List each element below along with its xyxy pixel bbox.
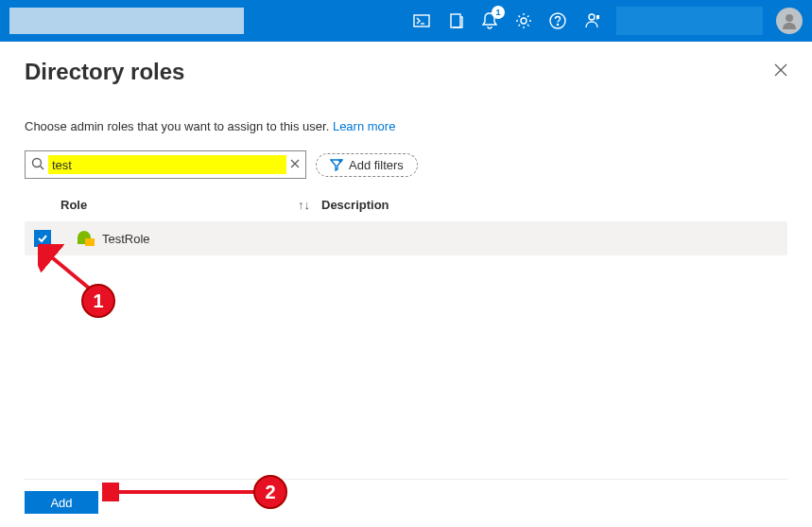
svg-rect-0 <box>414 15 429 26</box>
column-role-label: Role <box>60 198 87 212</box>
add-button[interactable]: Add <box>25 491 98 514</box>
sort-icon[interactable]: ↑↓ <box>298 198 310 212</box>
svg-line-11 <box>41 166 44 169</box>
add-filters-label: Add filters <box>349 158 404 172</box>
search-input[interactable]: test <box>25 150 306 179</box>
search-value-highlight: test <box>48 155 286 174</box>
column-description-header[interactable]: Description <box>321 198 787 212</box>
settings-icon[interactable] <box>514 11 533 30</box>
column-role-header[interactable]: Role ↑↓ <box>60 198 321 212</box>
help-icon[interactable] <box>548 11 567 30</box>
row-checkbox-col <box>25 230 60 247</box>
svg-point-6 <box>589 14 595 20</box>
page-title: Directory roles <box>25 59 184 85</box>
clear-search-icon[interactable] <box>290 158 300 171</box>
cloud-shell-icon[interactable] <box>412 11 431 30</box>
svg-point-10 <box>33 158 42 167</box>
svg-point-7 <box>786 14 793 22</box>
filter-row: test Add filters <box>25 150 787 179</box>
check-icon <box>37 233 48 244</box>
svg-rect-2 <box>451 14 460 27</box>
svg-line-16 <box>47 254 102 299</box>
table-header: Role ↑↓ Description <box>25 192 787 221</box>
panel-header: Directory roles <box>25 59 787 85</box>
column-description-label: Description <box>321 198 389 212</box>
close-icon[interactable] <box>774 63 787 80</box>
svg-point-5 <box>557 24 558 25</box>
instruction-text: Choose admin roles that you want to assi… <box>25 119 787 133</box>
notifications-icon[interactable]: 1 <box>480 11 499 30</box>
role-icon <box>76 229 95 248</box>
global-search-bar[interactable] <box>9 8 244 34</box>
top-bar-icons: 1 <box>412 11 601 30</box>
notification-badge: 1 <box>492 6 505 19</box>
account-info-strip[interactable] <box>616 7 763 35</box>
directories-icon[interactable] <box>446 11 465 30</box>
avatar[interactable] <box>776 8 803 34</box>
annotation-badge-1: 1 <box>81 284 115 318</box>
feedback-icon[interactable] <box>582 11 601 30</box>
instruction-label: Choose admin roles that you want to assi… <box>25 119 333 133</box>
svg-point-3 <box>521 18 527 24</box>
learn-more-link[interactable]: Learn more <box>333 119 395 133</box>
directory-roles-panel: Directory roles Choose admin roles that … <box>0 42 812 255</box>
filter-icon <box>330 158 343 171</box>
search-icon <box>31 157 44 173</box>
add-filters-button[interactable]: Add filters <box>316 153 418 177</box>
top-bar: 1 <box>0 0 812 42</box>
table-row[interactable]: TestRole <box>25 221 787 255</box>
row-checkbox[interactable] <box>34 230 51 247</box>
footer: Add <box>25 479 787 514</box>
role-name: TestRole <box>102 232 150 246</box>
